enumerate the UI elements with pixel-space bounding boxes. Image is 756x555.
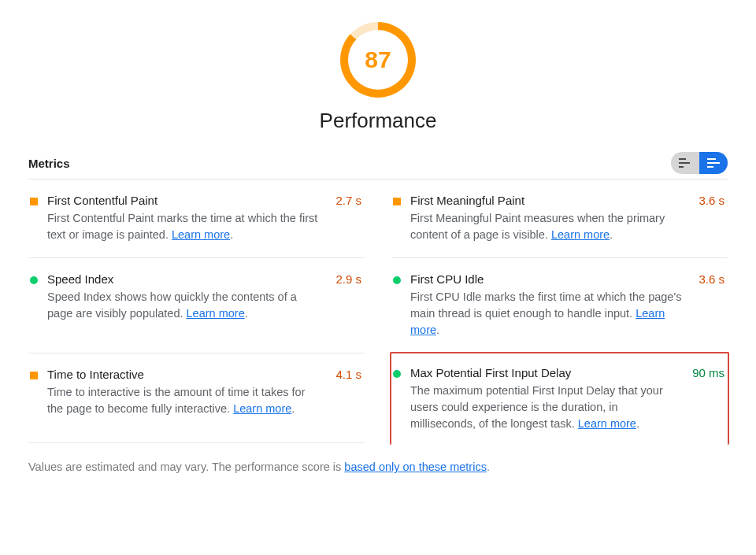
metric-row: First CPU IdleFirst CPU Idle marks the f… [391, 258, 728, 353]
metric-value: 4.1 s [329, 368, 361, 428]
status-orange-icon [30, 198, 38, 205]
metrics-grid: First Contentful PaintFirst Contentful P… [28, 179, 728, 443]
svg-rect-3 [707, 158, 716, 160]
metric-desc: Time to interactive is the amount of tim… [47, 384, 320, 417]
metric-row: Time to InteractiveTime to interactive i… [28, 353, 365, 443]
score-gauge: 87 [340, 22, 416, 98]
learn-more-link[interactable]: Learn more [187, 307, 245, 320]
metric-body: First CPU IdleFirst CPU Idle marks the f… [410, 272, 683, 339]
performance-gauge-section: 87 Performance [28, 22, 728, 133]
metric-desc: First Meaningful Paint measures when the… [410, 210, 683, 243]
metric-value: 2.7 s [329, 194, 361, 243]
detailed-view-toggle[interactable] [699, 152, 728, 174]
metric-desc-text: First Meaningful Paint measures when the… [410, 212, 665, 241]
status-orange-icon [393, 198, 401, 205]
svg-rect-0 [679, 158, 686, 160]
metric-title: First Meaningful Paint [410, 194, 683, 207]
metric-value: 90 ms [686, 366, 724, 432]
metrics-heading: Metrics [28, 157, 70, 170]
compact-view-icon [679, 158, 691, 168]
learn-more-link[interactable]: Learn more [578, 417, 636, 430]
metric-desc: First CPU Idle marks the first time at w… [410, 289, 683, 339]
metric-body: Speed IndexSpeed Index shows how quickly… [47, 272, 320, 339]
metric-desc-post: . [230, 228, 233, 241]
metric-title: First CPU Idle [410, 272, 683, 286]
metric-desc-post: . [291, 402, 295, 415]
metric-desc-post: . [245, 307, 248, 320]
metric-row: First Contentful PaintFirst Contentful P… [28, 179, 365, 258]
metric-value: 2.9 s [329, 272, 361, 339]
svg-rect-4 [707, 162, 720, 164]
metric-title: First Contentful Paint [47, 194, 320, 207]
svg-rect-5 [707, 166, 713, 168]
metric-desc-post: . [610, 228, 613, 241]
status-green-icon [393, 370, 401, 378]
status-orange-icon [30, 372, 38, 379]
metric-body: Time to InteractiveTime to interactive i… [47, 368, 320, 428]
metric-desc: Speed Index shows how quickly the conten… [47, 289, 320, 322]
metric-desc: The maximum potential First Input Delay … [410, 383, 676, 432]
view-toggle[interactable] [671, 152, 728, 174]
metric-body: First Meaningful PaintFirst Meaningful P… [410, 194, 683, 243]
metric-body: First Contentful PaintFirst Contentful P… [47, 194, 320, 243]
metric-title: Time to Interactive [47, 368, 320, 381]
compact-view-toggle[interactable] [671, 152, 699, 174]
metric-desc-post: . [436, 324, 439, 336]
footer-note: Values are estimated and may vary. The p… [28, 461, 728, 473]
status-green-icon [30, 276, 38, 284]
status-green-icon [393, 276, 401, 284]
learn-more-link[interactable]: Learn more [551, 228, 610, 241]
metric-desc: First Contentful Paint marks the time at… [47, 210, 320, 243]
footer-link[interactable]: based only on these metrics [344, 461, 487, 473]
learn-more-link[interactable]: Learn more [233, 402, 291, 415]
metric-desc-post: . [636, 417, 639, 430]
learn-more-link[interactable]: Learn more [172, 228, 230, 241]
metric-title: Speed Index [47, 272, 320, 286]
footer-text-pre: Values are estimated and may vary. The p… [28, 461, 344, 473]
score-value: 87 [365, 46, 391, 73]
svg-rect-1 [679, 162, 690, 164]
metric-row: Speed IndexSpeed Index shows how quickly… [28, 258, 365, 353]
metric-row: First Meaningful PaintFirst Meaningful P… [391, 179, 728, 258]
metric-body: Max Potential First Input DelayThe maxim… [410, 366, 676, 432]
metric-value: 3.6 s [692, 194, 724, 243]
metric-value: 3.6 s [692, 272, 724, 339]
metric-row: Max Potential First Input DelayThe maxim… [390, 352, 729, 445]
footer-text-post: . [487, 461, 490, 473]
gauge-title: Performance [320, 109, 437, 133]
metric-desc-text: Speed Index shows how quickly the conten… [47, 290, 297, 320]
detailed-view-icon [707, 158, 720, 168]
metric-title: Max Potential First Input Delay [410, 366, 676, 379]
svg-rect-2 [679, 166, 684, 168]
